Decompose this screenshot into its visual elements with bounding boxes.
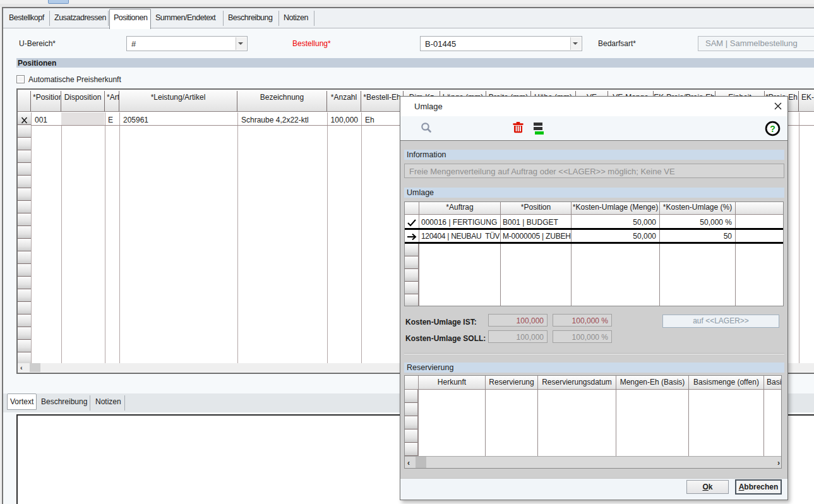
svg-text:?: ? bbox=[770, 124, 775, 134]
